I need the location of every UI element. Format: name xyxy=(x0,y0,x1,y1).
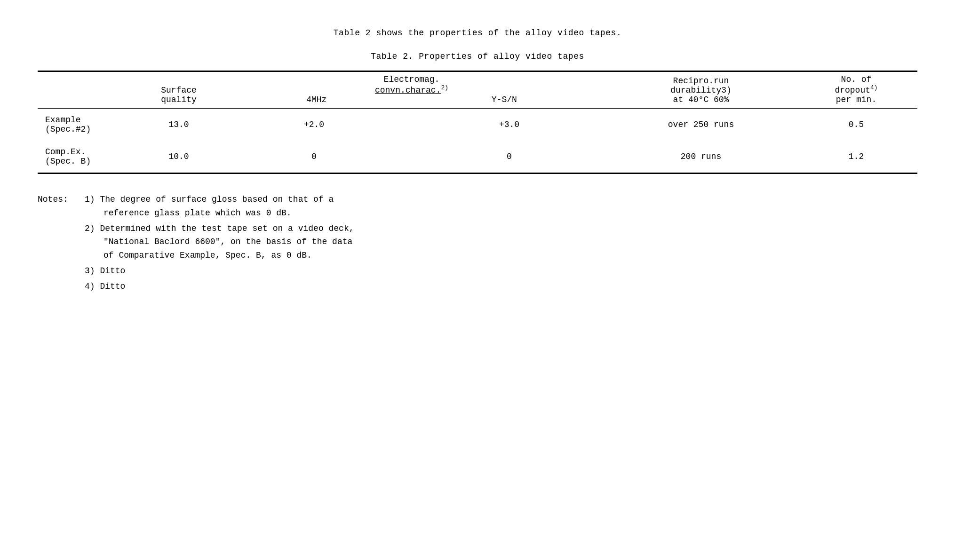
row2-ysn: 0 xyxy=(412,141,607,174)
intro-text: Table 2 shows the properties of the allo… xyxy=(38,28,917,38)
notes-section: Notes: 1) The degree of surface gloss ba… xyxy=(38,193,917,293)
note-2-line3: of Comparative Example, Spec. B, as 0 dB… xyxy=(103,251,312,260)
note-2-line2: "National Baclord 6600", on the basis of… xyxy=(103,237,352,246)
properties-table: Surface quality Electromag. convn.charac… xyxy=(38,71,917,174)
header-col-dropout: No. of dropout4) per min. xyxy=(795,71,917,109)
row2-4mhz: 0 xyxy=(216,141,412,174)
row1-dropout: 0.5 xyxy=(795,109,917,141)
note-item-2: 2) Determined with the test tape set on … xyxy=(85,222,917,262)
header-col-label xyxy=(38,71,141,109)
row1-surface: 13.0 xyxy=(141,109,216,141)
notes-title: Notes: xyxy=(38,193,85,293)
row2-label: Comp.Ex. (Spec. B) xyxy=(38,141,141,174)
note-1-line1: The degree of surface gloss based on tha… xyxy=(100,195,334,204)
note-num-4: 4) xyxy=(85,282,100,291)
note-3-line1: Ditto xyxy=(100,266,125,276)
note-2-line1: Determined with the test tape set on a v… xyxy=(100,224,354,233)
note-item-1: 1) The degree of surface gloss based on … xyxy=(85,193,917,220)
table-row: Comp.Ex. (Spec. B) 10.0 0 0 200 runs 1.2 xyxy=(38,141,917,174)
note-4-line1: Ditto xyxy=(100,282,125,291)
note-num-1: 1) xyxy=(85,195,100,204)
header-col-surface: Surface quality xyxy=(141,71,216,109)
row1-recipro: over 250 runs xyxy=(607,109,795,141)
row1-4mhz: +2.0 xyxy=(216,109,412,141)
table-row: Example (Spec.#2) 13.0 +2.0 +3.0 over 25… xyxy=(38,109,917,141)
note-num-2: 2) xyxy=(85,224,100,233)
note-1-line2: reference glass plate which was 0 dB. xyxy=(103,208,292,218)
note-item-3: 3) Ditto xyxy=(85,264,917,278)
table-title: Table 2. Properties of alloy video tapes xyxy=(38,52,917,61)
header-convn-underline: convn.charac. xyxy=(375,86,441,95)
header-col-electromag: Electromag. convn.charac.2) 4MHz Y-S/N xyxy=(216,71,607,109)
row2-surface: 10.0 xyxy=(141,141,216,174)
row1-label: Example (Spec.#2) xyxy=(38,109,141,141)
row1-ysn: +3.0 xyxy=(412,109,607,141)
row2-recipro: 200 runs xyxy=(607,141,795,174)
row2-dropout: 1.2 xyxy=(795,141,917,174)
note-item-4: 4) Ditto xyxy=(85,280,917,293)
header-col-recipro: Recipro.run durability3) at 40°C 60% xyxy=(607,71,795,109)
note-num-3: 3) xyxy=(85,266,100,276)
